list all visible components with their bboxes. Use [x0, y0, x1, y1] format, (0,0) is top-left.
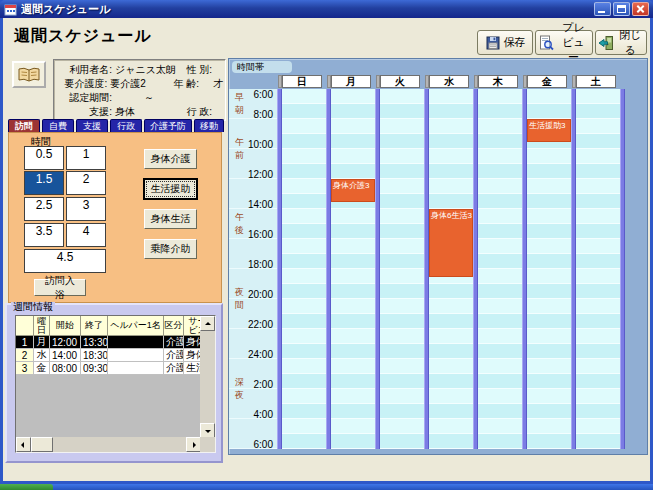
preview-document-magnifier-icon — [538, 35, 554, 51]
care-level-value: 要介護2 — [107, 77, 168, 91]
time-cell-4[interactable]: 4 — [66, 223, 106, 247]
cell-day[interactable]: 金 — [34, 362, 50, 375]
time-label-4: 14:00 — [229, 199, 273, 210]
cell-service[interactable]: 身体 — [184, 336, 201, 349]
cell-end[interactable]: 09:30 — [81, 362, 108, 375]
time-cell-2[interactable]: 2 — [66, 171, 106, 195]
cell-start[interactable]: 14:00 — [50, 349, 81, 362]
cell-kubun[interactable]: 介護 — [164, 336, 184, 349]
table-row[interactable]: 2水14:0018:30介護身体 — [16, 349, 201, 362]
time-cell-3[interactable]: 3 — [66, 197, 106, 221]
cell-day[interactable]: 水 — [34, 349, 50, 362]
column-header-ヘルパー1名[interactable]: ヘルパー1名 — [108, 316, 164, 336]
time-cell-2.5[interactable]: 2.5 — [24, 197, 64, 221]
time-cell-1.5[interactable]: 1.5 — [24, 171, 64, 195]
cell-no[interactable]: 2 — [16, 349, 34, 362]
cell-start[interactable]: 08:00 — [50, 362, 81, 375]
time-label-11: 4:00 — [229, 409, 273, 420]
cell-no[interactable]: 3 — [16, 362, 34, 375]
client-lookup-book-button[interactable] — [12, 61, 46, 88]
cell-start[interactable]: 12:00 — [50, 336, 81, 349]
tab-移動[interactable]: 移動 — [194, 119, 224, 132]
cell-end[interactable]: 18:30 — [81, 349, 108, 362]
column-header-区分[interactable]: 区分 — [164, 316, 184, 336]
appointment-block-生活援助3[interactable]: 生活援助3 — [527, 119, 571, 142]
day-column-火[interactable] — [380, 89, 424, 449]
cell-kubun[interactable]: 介護 — [164, 362, 184, 375]
preview-button[interactable]: プレビュー — [535, 30, 593, 55]
start-button[interactable] — [0, 484, 53, 490]
tab-介護予防[interactable]: 介護予防 — [144, 119, 192, 132]
column-header-曜日[interactable]: 曜日 — [34, 316, 50, 336]
cell-end[interactable]: 13:30 — [81, 336, 108, 349]
column-header-row-number[interactable] — [16, 316, 34, 336]
day-header-月[interactable]: 月 — [331, 75, 371, 88]
appointment-block-身体6生活3[interactable]: 身体6生活3 — [429, 209, 473, 277]
care-level-label: 要介護度: — [56, 77, 107, 91]
day-column-木[interactable] — [478, 89, 522, 449]
table-row[interactable]: 3金08:0009:30介護生活 — [16, 362, 201, 375]
time-cell-1[interactable]: 1 — [66, 146, 106, 170]
save-button[interactable]: 保存 — [477, 30, 533, 55]
window-titlebar[interactable]: 週間スケジュール — [0, 0, 653, 18]
visit-bath-button[interactable]: 訪問入浴 — [34, 279, 86, 296]
week-info-title: 週間情報 — [11, 302, 55, 312]
scroll-right-button[interactable] — [186, 437, 201, 452]
column-header-終了[interactable]: 終了 — [81, 316, 108, 336]
service-button-乗降介助[interactable]: 乗降介助 — [144, 239, 197, 259]
day-header-火[interactable]: 火 — [380, 75, 420, 88]
day-column-月[interactable] — [331, 89, 375, 449]
service-button-身体介護[interactable]: 身体介護 — [144, 149, 197, 169]
time-cell-4.5[interactable]: 4.5 — [24, 249, 106, 273]
service-button-生活援助[interactable]: 生活援助 — [144, 179, 197, 199]
day-column-土[interactable] — [576, 89, 620, 449]
time-cell-0.5[interactable]: 0.5 — [24, 146, 64, 170]
cell-day[interactable]: 月 — [34, 336, 50, 349]
day-header-木[interactable]: 木 — [478, 75, 518, 88]
period-label-午後: 後 — [234, 224, 245, 236]
cell-service[interactable]: 生活 — [184, 362, 201, 375]
day-header-金[interactable]: 金 — [527, 75, 567, 88]
tab-行政[interactable]: 行政 — [110, 119, 142, 132]
taskbar[interactable] — [0, 484, 653, 490]
table-row[interactable]: 1月12:0013:30介護身体 — [16, 336, 201, 349]
period-label-午前: 午 — [234, 136, 245, 148]
period-label-午前: 前 — [234, 149, 245, 161]
close-form-button[interactable]: 閉じる — [595, 30, 647, 55]
application-window: 週間スケジュール 週間スケジュール 保存 — [0, 0, 653, 490]
day-header-水[interactable]: 水 — [429, 75, 469, 88]
horizontal-scroll-thumb[interactable] — [31, 437, 53, 452]
close-window-button[interactable] — [632, 2, 649, 16]
vertical-scrollbar[interactable] — [200, 316, 215, 438]
horizontal-scrollbar[interactable] — [16, 437, 201, 452]
cell-helper[interactable] — [108, 362, 164, 375]
tab-自費[interactable]: 自費 — [42, 119, 74, 132]
day-column-日[interactable] — [282, 89, 326, 449]
minimize-button[interactable] — [594, 2, 611, 16]
cell-helper[interactable] — [108, 336, 164, 349]
day-header-日[interactable]: 日 — [282, 75, 322, 88]
tab-支援[interactable]: 支援 — [76, 119, 108, 132]
scroll-left-button[interactable] — [16, 437, 31, 452]
column-header-サービス[interactable]: サービス — [184, 316, 201, 336]
period-label-早朝: 早 — [234, 91, 245, 103]
service-tab-strip: 訪問自費支援行政介護予防移動 — [8, 119, 224, 132]
day-header-土[interactable]: 土 — [576, 75, 616, 88]
appointment-block-身体介護3[interactable]: 身体介護3 — [331, 179, 375, 202]
scroll-up-button[interactable] — [200, 316, 215, 331]
maximize-button[interactable] — [613, 2, 630, 16]
tab-訪問[interactable]: 訪問 — [8, 119, 40, 132]
scroll-down-button[interactable] — [200, 423, 215, 438]
client-name-value: ジャニス太朗 — [112, 63, 178, 77]
cell-no[interactable]: 1 — [16, 336, 34, 349]
time-label-12: 6:00 — [229, 439, 273, 450]
column-header-開始[interactable]: 開始 — [50, 316, 81, 336]
cell-service[interactable]: 身体 — [184, 349, 201, 362]
cell-kubun[interactable]: 介護 — [164, 349, 184, 362]
time-cell-3.5[interactable]: 3.5 — [24, 223, 64, 247]
cell-helper[interactable] — [108, 349, 164, 362]
timezone-corner-label: 時間帯 — [232, 61, 292, 73]
day-column-金[interactable] — [527, 89, 571, 449]
service-button-身体生活[interactable]: 身体生活 — [144, 209, 197, 229]
period-label-夜間: 間 — [234, 299, 245, 311]
